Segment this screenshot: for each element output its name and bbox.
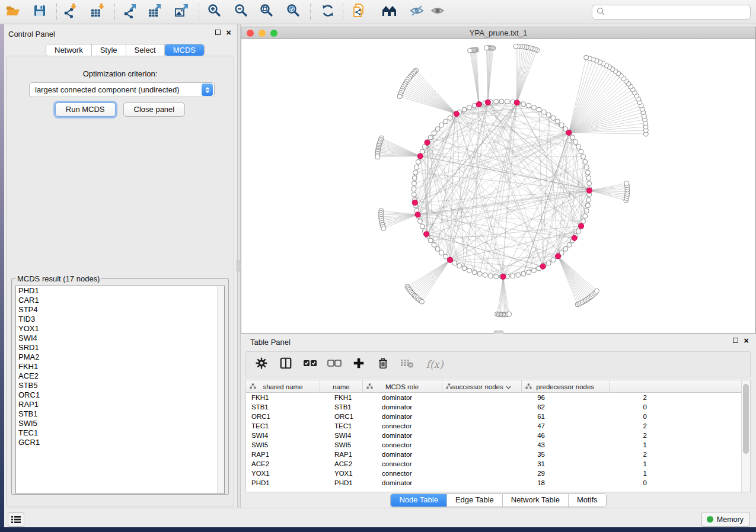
tab-edge-table[interactable]: Edge Table [447, 494, 503, 507]
network-canvas[interactable] [241, 39, 755, 333]
zoom-selected-button[interactable] [283, 2, 304, 22]
table-scrollbar-thumb[interactable] [743, 384, 749, 454]
table-cell[interactable]: dominator [377, 393, 465, 402]
column-header-MCDS-role[interactable]: MCDS role [363, 380, 442, 393]
table-cell[interactable]: 2 [554, 431, 653, 440]
table-cell[interactable]: PHD1 [329, 478, 377, 488]
table-cell[interactable]: 47 [465, 421, 554, 431]
zoom-in-button[interactable] [204, 2, 225, 22]
table-cell[interactable]: YOX1 [329, 469, 377, 478]
table-cell[interactable]: 2 [554, 450, 653, 459]
tab-node-table[interactable]: Node Table [391, 494, 447, 507]
refresh-button[interactable] [317, 2, 339, 22]
table-cell[interactable]: ACE2 [246, 459, 329, 469]
search-input[interactable] [608, 8, 750, 17]
hide-selected-button[interactable] [406, 2, 428, 22]
table-cell[interactable]: connector [377, 459, 465, 469]
mcds-list-scrollbar[interactable] [217, 286, 224, 493]
mcds-result-item[interactable]: TID3 [16, 315, 224, 324]
search-box[interactable] [592, 5, 751, 20]
mcds-result-item[interactable]: STB5 [16, 381, 224, 390]
table-cell[interactable]: 46 [465, 431, 554, 440]
table-cell[interactable]: RAP1 [329, 450, 377, 459]
network-window-titlebar[interactable]: YPA_prune.txt_1 [241, 27, 755, 39]
table-cell[interactable]: connector [377, 421, 465, 431]
tab-motifs[interactable]: Motifs [569, 494, 606, 507]
memory-button[interactable]: Memory [701, 512, 750, 527]
table-cell[interactable]: YOX1 [246, 469, 329, 478]
table-cell[interactable]: 43 [465, 440, 554, 450]
zoom-out-button[interactable] [231, 2, 252, 22]
table-cell[interactable]: STB1 [329, 402, 377, 412]
tab-network[interactable]: Network [46, 44, 92, 56]
table-cell[interactable]: FKH1 [246, 393, 329, 402]
select-all-columns-button[interactable] [303, 357, 317, 371]
export-table-button[interactable] [145, 2, 166, 22]
import-network-button[interactable] [59, 2, 81, 22]
table-cell[interactable]: SWI5 [329, 440, 377, 450]
mcds-result-item[interactable]: SWI4 [16, 334, 224, 343]
column-header-name[interactable]: name [320, 380, 363, 393]
mcds-result-item[interactable]: STB1 [16, 409, 224, 419]
show-all-button[interactable] [427, 2, 448, 22]
mcds-result-item[interactable]: ACE2 [16, 371, 224, 381]
export-image-button[interactable] [171, 2, 193, 22]
settings-button[interactable] [254, 357, 269, 371]
save-session-button[interactable] [29, 2, 50, 22]
table-cell[interactable]: ORC1 [246, 412, 329, 421]
delete-columns-button[interactable] [376, 357, 390, 371]
table-cell[interactable]: STB1 [246, 402, 329, 412]
table-cell[interactable]: 1 [554, 469, 653, 478]
table-cell[interactable]: 62 [465, 402, 554, 412]
table-cell[interactable]: dominator [377, 402, 465, 412]
open-session-button[interactable] [2, 2, 24, 22]
tab-select[interactable]: Select [126, 44, 165, 56]
table-row[interactable]: PHD1PHD1dominator180 [246, 478, 742, 488]
table-cell[interactable]: dominator [377, 450, 465, 459]
mcds-result-item[interactable]: PMA2 [16, 352, 224, 362]
table-cell[interactable]: ACE2 [329, 459, 377, 469]
table-cell[interactable]: connector [377, 440, 465, 450]
table-cell[interactable]: 1 [554, 440, 653, 450]
table-cell[interactable]: 0 [554, 412, 653, 421]
table-scrollbar[interactable] [741, 380, 750, 492]
table-cell[interactable]: TEC1 [246, 421, 329, 431]
close-panel-button[interactable]: Close panel [123, 102, 186, 117]
table-cell[interactable]: 96 [465, 393, 554, 402]
import-table-button[interactable] [87, 2, 109, 22]
mcds-result-item[interactable]: ORC1 [16, 390, 224, 400]
table-cell[interactable]: 18 [465, 478, 554, 488]
network-from-file-button[interactable] [348, 2, 369, 22]
table-cell[interactable]: 1 [554, 459, 653, 469]
table-row[interactable]: FKH1FKH1dominator962 [246, 393, 742, 402]
float-table-panel-icon[interactable] [733, 338, 738, 343]
table-cell[interactable]: connector [377, 469, 465, 478]
first-neighbors-button[interactable] [379, 2, 400, 22]
table-cell[interactable]: 61 [465, 412, 554, 421]
deselect-all-columns-button[interactable] [327, 357, 342, 371]
table-cell[interactable]: 29 [465, 469, 554, 478]
run-mcds-button[interactable]: Run MCDS [55, 102, 116, 117]
mcds-result-item[interactable]: SRD1 [16, 343, 224, 352]
table-cell[interactable]: 0 [554, 402, 653, 412]
table-cell[interactable]: dominator [377, 478, 465, 488]
mcds-result-item[interactable]: FKH1 [16, 362, 224, 371]
table-row[interactable]: YOX1YOX1connector291 [246, 469, 742, 478]
table-cell[interactable]: RAP1 [246, 450, 329, 459]
mcds-result-item[interactable]: GCR1 [16, 438, 224, 447]
table-cell[interactable]: dominator [377, 412, 465, 421]
table-row[interactable]: TEC1TEC1connector472 [246, 421, 742, 431]
add-column-button[interactable] [352, 357, 366, 371]
close-panel-icon[interactable]: × [226, 30, 231, 35]
table-cell[interactable]: 2 [554, 393, 653, 402]
table-cell[interactable]: FKH1 [329, 393, 377, 402]
column-header-shared-name[interactable]: shared name [246, 380, 320, 393]
table-cell[interactable]: dominator [377, 431, 465, 440]
close-table-panel-icon[interactable]: × [744, 338, 749, 343]
table-cell[interactable]: SWI4 [246, 431, 329, 440]
tab-style[interactable]: Style [92, 44, 126, 56]
column-header-predecessor-nodes[interactable]: predecessor nodes [522, 380, 610, 393]
table-cell[interactable]: TEC1 [329, 421, 377, 431]
mcds-result-item[interactable]: PHD1 [16, 286, 224, 296]
table-row[interactable]: RAP1RAP1dominator352 [246, 450, 742, 459]
